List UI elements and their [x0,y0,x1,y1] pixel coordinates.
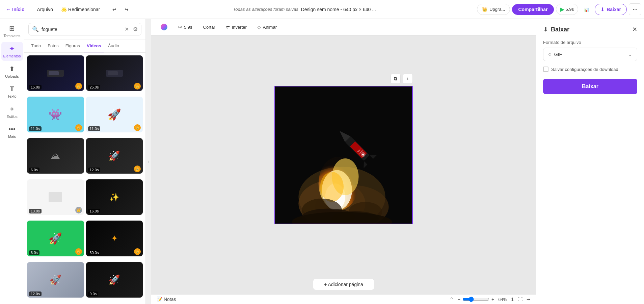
list-item[interactable]: ✦ 30.0s 👑 [86,221,143,256]
home-icon: ← [6,7,11,12]
video-duration: 30.0s [88,250,101,255]
sidebar-item-mais[interactable]: ••• Mais [1,123,23,141]
format-label: Formato de arquivo [543,40,637,45]
search-icon: 🔍 [32,26,39,32]
list-item[interactable]: 25.0s 👑 [86,55,143,91]
zoom-out-button[interactable]: − [458,297,460,302]
chevron-up-icon: ⌃ [450,297,454,302]
texto-icon: T [10,85,14,93]
more-button[interactable]: ··· [629,3,641,15]
list-item[interactable]: 🚀 12.0s 👑 [86,138,143,174]
upgrade-button[interactable]: 👑 Upgra... [477,4,510,15]
list-item[interactable]: 🚀 12.0s [27,262,84,298]
crown-badge: 👑 [75,124,82,131]
play-icon: ▶ [560,6,564,12]
tab-figuras[interactable]: Figuras [63,40,83,52]
design-name: Design sem nome - 640 px × 640 ... [301,7,376,12]
sidebar-item-templates[interactable]: ⊞ Templates [1,22,23,41]
undo-button[interactable]: ↩ [109,5,120,14]
notes-button[interactable]: 📝 Notas [157,297,176,302]
duration-button[interactable]: ✂ 5.9s [174,23,196,32]
divider-2 [106,5,106,14]
crown-badge: 👑 [134,248,141,255]
format-circle-icon: ○ [548,51,552,57]
zoom-level: 64% [498,297,507,302]
topbar-right: 👑 Upgra... Compartilhar ▶ 5.9s 📊 ⬇ Baixa… [477,3,641,15]
video-duration: 12.0s [29,292,42,296]
elementos-icon: ✦ [9,45,15,53]
filter-icon[interactable]: ⚙ [133,26,138,32]
zoom-slider[interactable] [462,297,489,302]
zoom-in-button[interactable]: + [491,297,494,302]
add-page-button[interactable]: + [403,74,413,84]
file-button[interactable]: Arquivo [34,5,56,14]
list-item[interactable]: 🚀 6.0s 👑 [27,221,84,256]
topbar: ← Início Arquivo 🌟 Redimensionar ↩ ↪ Tod… [0,0,644,19]
download-header: ⬇ Baixar ✕ [543,26,637,33]
analytics-button[interactable]: 📊 [580,5,593,14]
clear-icon[interactable]: ✕ [125,26,129,32]
footer-right: ⌃ − + 64% 1 ⛶ ⇥ [450,297,531,302]
canvas-toolbar: ✂ 5.9s Cortar ⇄ Inverter ◇ Animar [151,19,536,35]
svg-rect-4 [49,192,62,202]
cut-button[interactable]: Cortar [199,23,219,32]
list-item[interactable]: 15.0s 👑 [27,55,84,91]
video-duration: 9.0s [88,292,99,296]
close-download-panel-button[interactable]: ✕ [632,26,637,33]
expand-right-button[interactable]: ⇥ [527,297,531,302]
page-number[interactable]: 1 [511,297,514,302]
sidebar-item-estilos[interactable]: ✧ Estilos [1,102,23,121]
crown-badge: 👑 [134,166,141,172]
download-title: Baixar [551,26,569,33]
download-panel: ⬇ Baixar ✕ Formato de arquivo ○ GIF ⌄ Sa… [536,19,644,304]
svg-rect-1 [49,71,59,75]
tab-fotos[interactable]: Fotos [45,40,61,52]
format-select[interactable]: ○ GIF ⌄ [543,48,637,61]
canvas-area: ✂ 5.9s Cortar ⇄ Inverter ◇ Animar ⧉ + [151,19,536,304]
video-duration: 15.0s [29,85,42,90]
sidebar-item-texto[interactable]: T Texto [1,82,23,101]
crown-badge: 👑 [75,83,82,90]
save-config-checkbox[interactable] [543,67,548,72]
tab-videos[interactable]: Vídeos [84,40,104,52]
templates-icon: ⊞ [9,24,15,32]
divider-1 [31,5,31,14]
canvas-frame[interactable]: AERO SPARK [274,86,413,224]
resize-button[interactable]: 🌟 Redimensionar [58,5,103,14]
list-item[interactable]: 🚀 11.0s 👑 [86,97,143,132]
format-chevron-icon: ⌄ [628,52,632,57]
tab-audio[interactable]: Áudio [105,40,122,52]
share-button[interactable]: Compartilhar [512,4,554,15]
sidebar-item-uploads[interactable]: ⬆ Uploads [1,62,23,81]
tab-tudo[interactable]: Tudo [28,40,44,52]
home-button[interactable]: ← Início [3,5,28,14]
list-item[interactable]: ⛰ 6.0s [27,138,84,174]
uploads-icon: ⬆ [9,65,15,73]
fullscreen-button[interactable]: ⛶ [518,297,522,302]
add-page-button[interactable]: + Adicionar página [313,279,374,290]
search-input[interactable] [42,27,122,32]
color-button[interactable] [157,22,171,32]
sidebar-item-elementos[interactable]: ✦ Elementos [1,42,23,61]
redo-button[interactable]: ↪ [121,5,132,14]
animate-button[interactable]: ◇ Animar [253,23,281,32]
list-item[interactable]: 👾 11.0s 👑 [27,97,84,132]
analytics-icon: 📊 [584,7,589,12]
list-item[interactable]: ✨ 16.0s [86,179,143,215]
download-top-button[interactable]: ⬇ Baixar [595,4,627,15]
duplicate-page-button[interactable]: ⧉ [391,74,401,84]
download-button[interactable]: Baixar [543,79,637,94]
left-sidebar: ⊞ Templates ✦ Elementos ⬆ Uploads T Text… [0,19,24,304]
panel-search-area: 🔍 ✕ ⚙ [24,19,145,40]
collapse-panel-button[interactable]: ‹ [146,19,151,304]
list-item[interactable]: 🚀 9.0s [86,262,143,298]
search-panel: 🔍 ✕ ⚙ Tudo Fotos Figuras Vídeos Áudio [24,19,146,304]
flip-button[interactable]: ⇄ Inverter [222,23,251,32]
video-duration: 6.0s [29,168,39,172]
topbar-left: ← Início Arquivo 🌟 Redimensionar ↩ ↪ [3,5,132,14]
list-item[interactable]: 13.0s 👑 [27,179,84,215]
format-value: GIF [554,52,562,57]
preview-button[interactable]: ▶ 5.9s [556,4,579,15]
crown-badge: 👑 [75,248,82,255]
show-pages-button[interactable]: ⌃ [450,297,454,302]
